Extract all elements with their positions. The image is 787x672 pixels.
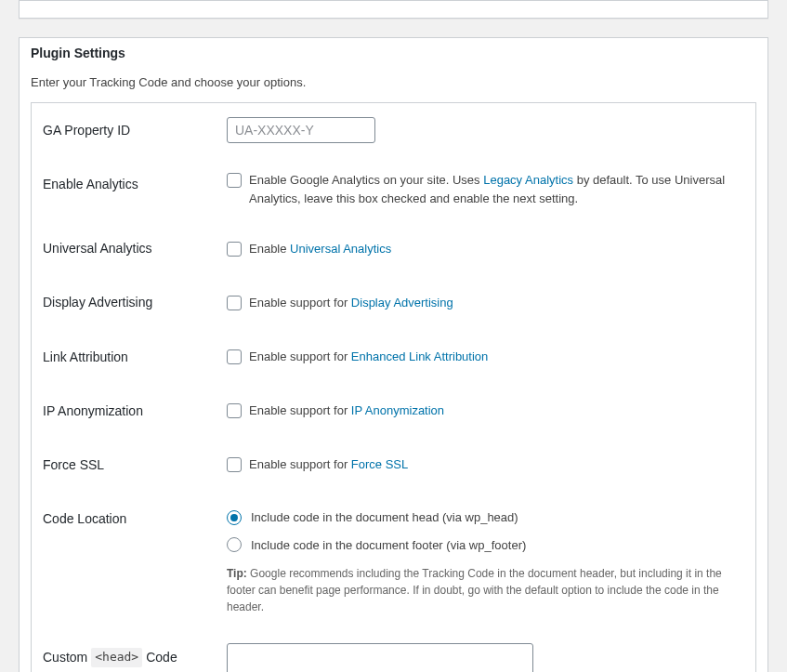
checkbox-wrapper-universal-analytics[interactable]: Enable Universal Analytics	[227, 240, 746, 258]
row-ga-property-id: GA Property ID	[32, 103, 755, 157]
checkbox-wrapper-link-attribution[interactable]: Enable support for Enhanced Link Attribu…	[227, 348, 746, 366]
label-ga-property-id: GA Property ID	[32, 103, 217, 157]
radio-code-head[interactable]	[227, 510, 242, 525]
checkbox-text-display-advertising: Enable support for Display Advertising	[249, 294, 746, 312]
code-head-tag: <head>	[91, 648, 142, 667]
radio-text-footer: Include code in the document footer (via…	[251, 536, 526, 555]
label-display-advertising: Display Advertising	[32, 275, 217, 329]
label-custom-head-code: Custom <head> Code	[32, 629, 217, 672]
row-universal-analytics: Universal Analytics Enable Universal Ana…	[32, 221, 755, 275]
radio-wrapper-footer[interactable]: Include code in the document footer (via…	[227, 536, 746, 555]
checkbox-display-advertising[interactable]	[227, 296, 242, 310]
textarea-custom-head-code[interactable]	[227, 643, 533, 672]
link-universal-analytics[interactable]: Universal Analytics	[290, 242, 391, 256]
checkbox-enable-analytics[interactable]	[227, 173, 242, 188]
radio-group-code-location: Include code in the document head (via w…	[227, 508, 746, 554]
checkbox-universal-analytics[interactable]	[227, 242, 242, 257]
checkbox-text-link-attribution: Enable support for Enhanced Link Attribu…	[249, 348, 746, 366]
label-enable-analytics: Enable Analytics	[32, 157, 217, 221]
settings-form-table: GA Property ID Enable Analytics Enable G…	[32, 103, 755, 672]
tip-code-location: Tip: Google recommends including the Tra…	[227, 565, 746, 615]
row-link-attribution: Link Attribution Enable support for Enha…	[32, 330, 755, 384]
checkbox-wrapper-enable-analytics[interactable]: Enable Google Analytics on your site. Us…	[227, 171, 746, 207]
previous-panel-bottom	[19, 0, 768, 19]
checkbox-wrapper-display-advertising[interactable]: Enable support for Display Advertising	[227, 294, 746, 312]
label-code-location: Code Location	[32, 492, 217, 629]
link-enhanced-link-attribution[interactable]: Enhanced Link Attribution	[351, 349, 488, 363]
link-force-ssl[interactable]: Force SSL	[351, 457, 408, 471]
link-display-advertising[interactable]: Display Advertising	[351, 296, 453, 310]
checkbox-text-ip-anonymization: Enable support for IP Anonymization	[249, 402, 746, 420]
checkbox-text-force-ssl: Enable support for Force SSL	[249, 455, 746, 474]
label-universal-analytics: Universal Analytics	[32, 221, 217, 275]
radio-text-head: Include code in the document head (via w…	[251, 508, 518, 527]
row-custom-head-code: Custom <head> Code	[32, 629, 755, 672]
plugin-settings-panel: Plugin Settings Enter your Tracking Code…	[19, 37, 768, 672]
checkbox-ip-anonymization[interactable]	[227, 403, 242, 418]
panel-header: Plugin Settings	[20, 38, 767, 68]
row-force-ssl: Force SSL Enable support for Force SSL	[32, 438, 755, 492]
label-ip-anonymization: IP Anonymization	[32, 384, 217, 438]
row-ip-anonymization: IP Anonymization Enable support for IP A…	[32, 384, 755, 438]
row-display-advertising: Display Advertising Enable support for D…	[32, 275, 755, 329]
row-code-location: Code Location Include code in the docume…	[32, 492, 755, 629]
input-ga-property-id[interactable]	[227, 117, 375, 143]
label-link-attribution: Link Attribution	[32, 330, 217, 384]
label-force-ssl: Force SSL	[32, 438, 217, 492]
checkbox-text-enable-analytics: Enable Google Analytics on your site. Us…	[249, 171, 746, 207]
panel-body: Enter your Tracking Code and choose your…	[20, 75, 767, 672]
link-ip-anonymization[interactable]: IP Anonymization	[351, 403, 444, 417]
radio-code-footer[interactable]	[227, 537, 242, 552]
settings-form-wrapper: GA Property ID Enable Analytics Enable G…	[31, 102, 756, 672]
radio-wrapper-head[interactable]: Include code in the document head (via w…	[227, 508, 746, 527]
row-enable-analytics: Enable Analytics Enable Google Analytics…	[32, 157, 755, 221]
checkbox-wrapper-ip-anonymization[interactable]: Enable support for IP Anonymization	[227, 402, 746, 420]
checkbox-force-ssl[interactable]	[227, 457, 242, 472]
checkbox-text-universal-analytics: Enable Universal Analytics	[249, 240, 746, 258]
checkbox-wrapper-force-ssl[interactable]: Enable support for Force SSL	[227, 455, 746, 474]
checkbox-link-attribution[interactable]	[227, 349, 242, 364]
panel-description: Enter your Tracking Code and choose your…	[31, 75, 756, 89]
link-legacy-analytics[interactable]: Legacy Analytics	[483, 173, 573, 187]
panel-title: Plugin Settings	[31, 46, 756, 60]
